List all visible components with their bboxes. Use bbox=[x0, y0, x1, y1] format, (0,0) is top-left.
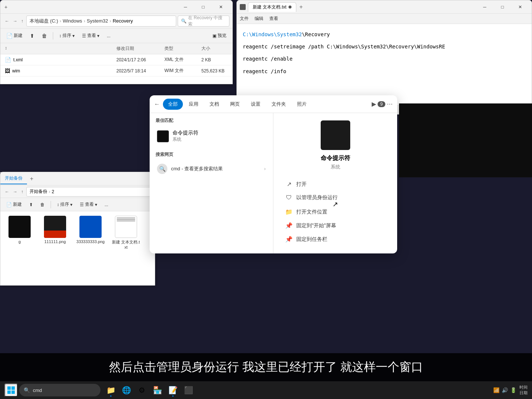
minimize-button[interactable]: ─ bbox=[177, 1, 194, 13]
taskbar-app-terminal[interactable]: ⬛ bbox=[181, 383, 196, 398]
new-label: 新建 bbox=[14, 33, 23, 39]
thumbnail-image-2 bbox=[79, 216, 102, 238]
bottom-tab-backup[interactable]: 开始备份 bbox=[0, 173, 27, 184]
taskbar-app-notepad[interactable]: 📝 bbox=[166, 383, 180, 398]
bottom-share-button[interactable]: ⬆ bbox=[26, 201, 36, 209]
editor-close-button[interactable]: ✕ bbox=[512, 1, 529, 13]
menu-file[interactable]: 文件 bbox=[240, 16, 249, 22]
bottom-more-button[interactable]: ... bbox=[102, 201, 111, 209]
editor-maximize-button[interactable]: □ bbox=[494, 1, 511, 13]
xml-file-icon: 📄 bbox=[5, 57, 11, 63]
bottom-up-button[interactable]: ↑ bbox=[20, 188, 25, 196]
file-date: 2022/5/7 18:14 bbox=[115, 68, 163, 74]
up-button[interactable]: ↑ bbox=[20, 17, 25, 25]
view-chevron: ▾ bbox=[97, 33, 99, 38]
bottom-view-label: 查看 bbox=[85, 201, 94, 208]
volume-tray-icon[interactable]: 🔊 bbox=[502, 387, 508, 393]
table-row[interactable]: 🖼 wim 2022/5/7 18:14 WIM 文件 525,623 KB bbox=[0, 65, 232, 76]
search-web-icon: 🔍 bbox=[157, 164, 167, 174]
file-thumbnail-2 bbox=[79, 216, 102, 238]
search-tab-settings[interactable]: 设置 bbox=[246, 99, 266, 110]
bottom-forward-button[interactable]: → bbox=[11, 188, 19, 196]
taskbar-apps: 📁 🌐 ⚙ 🏪 📝 ⬛ bbox=[103, 383, 196, 398]
taskbar-app-settings[interactable]: ⚙ bbox=[134, 383, 149, 398]
bottom-sort-button[interactable]: ↕ 排序 ▾ bbox=[54, 200, 75, 209]
start-button[interactable] bbox=[4, 383, 18, 397]
sort-chevron: ▾ bbox=[72, 33, 75, 38]
search-tab-apps[interactable]: 应用 bbox=[184, 99, 204, 110]
search-tabs: 全部 应用 文档 网页 设置 文件夹 照片 bbox=[163, 99, 312, 110]
add-tab-button[interactable]: + bbox=[3, 4, 8, 10]
taskbar-app-edge[interactable]: 🌐 bbox=[119, 383, 134, 398]
maximize-button[interactable]: □ bbox=[195, 1, 212, 13]
view-button[interactable]: ☰ 查看 ▾ bbox=[79, 31, 102, 40]
bottom-address-bar: ← → ↑ 开始备份 › 2 bbox=[0, 185, 155, 198]
editor-window-controls: ─ □ ✕ bbox=[476, 1, 529, 13]
forward-button[interactable]: → bbox=[11, 17, 19, 25]
bottom-delete-button[interactable]: 🗑 bbox=[37, 201, 48, 209]
battery-tray-icon[interactable]: 🔋 bbox=[510, 387, 516, 393]
delete-button[interactable]: 🗑 bbox=[39, 31, 50, 40]
new-button[interactable]: 📄 新建 bbox=[3, 31, 25, 40]
taskbar-app-explorer[interactable]: 📁 bbox=[103, 383, 118, 398]
bottom-back-button[interactable]: ← bbox=[3, 188, 11, 196]
menu-view[interactable]: 查看 bbox=[269, 16, 278, 22]
svg-rect-3 bbox=[11, 391, 15, 394]
action-open[interactable]: ↗ 打开 bbox=[281, 178, 390, 191]
list-item[interactable]: 新建 文本文档.txt bbox=[111, 216, 141, 249]
search-tab-photos[interactable]: 照片 bbox=[292, 99, 312, 110]
search-tab-web[interactable]: 网页 bbox=[225, 99, 245, 110]
bottom-new-button[interactable]: 📄 新建 bbox=[3, 200, 25, 209]
path-link[interactable]: C:\Windows\System32 bbox=[243, 31, 302, 37]
editor-content[interactable]: C:\Windows\System32\Recovery reagentc /s… bbox=[237, 24, 532, 105]
search-play-button[interactable]: ▶ bbox=[372, 100, 376, 108]
add-bottom-tab-button[interactable]: + bbox=[27, 174, 36, 184]
sort-button[interactable]: ↕ 排序 ▾ bbox=[56, 31, 78, 40]
breadcrumb[interactable]: 本地磁盘 (C:) › Windows › System32 › Recover… bbox=[26, 16, 176, 27]
add-editor-tab-button[interactable]: + bbox=[296, 2, 306, 12]
taskbar-search-box[interactable]: 🔍 cmd bbox=[19, 384, 100, 396]
action-pin-taskbar[interactable]: 📌 固定到任务栏 bbox=[281, 233, 390, 246]
editor-minimize-button[interactable]: ─ bbox=[476, 1, 493, 13]
bottom-view-button[interactable]: ☰ 查看 ▾ bbox=[77, 200, 100, 209]
action-pin-start[interactable]: 📌 固定到"开始"屏幕 bbox=[281, 219, 390, 232]
taskbar-app-store[interactable]: 🏪 bbox=[150, 383, 165, 398]
close-button[interactable]: ✕ bbox=[212, 1, 229, 13]
bottom-tabs: 开始备份 + bbox=[0, 172, 155, 185]
table-row[interactable]: 📄 t.xml 2024/1/17 2:06 XML 文件 2 KB bbox=[0, 54, 232, 65]
col-name: ↕ bbox=[3, 45, 115, 52]
search-box[interactable]: 🔍 在 Recovery 中搜索 bbox=[178, 16, 229, 27]
list-item[interactable]: 111111.png bbox=[40, 216, 70, 244]
search-back-button[interactable]: ← bbox=[154, 101, 160, 108]
notepad-taskbar-icon: 📝 bbox=[168, 386, 178, 395]
breadcrumb-sep-3: › bbox=[110, 18, 111, 24]
search-tab-all[interactable]: 全部 bbox=[163, 99, 183, 110]
file-name-cell: 🖼 wim bbox=[3, 67, 115, 75]
store-taskbar-icon: 🏪 bbox=[153, 386, 162, 395]
search-tab-docs[interactable]: 文档 bbox=[204, 99, 224, 110]
share-icon: ⬆ bbox=[30, 33, 34, 39]
back-button[interactable]: ← bbox=[3, 17, 11, 25]
preview-button[interactable]: ▣ 预览 bbox=[209, 31, 229, 40]
windows-logo-icon bbox=[7, 386, 15, 394]
bottom-breadcrumb[interactable]: 开始备份 › 2 bbox=[26, 187, 152, 197]
list-item[interactable]: g bbox=[5, 216, 34, 244]
taskbar: 🔍 cmd 📁 🌐 ⚙ 🏪 📝 ⬛ 📶 🔊 🔋 时间 bbox=[0, 381, 532, 399]
col-type: 类型 bbox=[163, 45, 200, 52]
more-button[interactable]: ... bbox=[104, 32, 113, 40]
search-result-cmd[interactable]: 命令提示符 系统 bbox=[154, 127, 269, 146]
search-tab-folders[interactable]: 文件夹 bbox=[266, 99, 291, 110]
open-location-label: 打开文件位置 bbox=[296, 209, 327, 215]
taskbar-clock[interactable]: 时间 日期 bbox=[519, 385, 528, 396]
bottom-new-label: 新建 bbox=[13, 201, 22, 208]
search-web-item[interactable]: 🔍 cmd - 查看更多搜索结果 › bbox=[154, 161, 269, 177]
editor-tab[interactable]: 新建 文本文档.txt bbox=[248, 2, 296, 12]
list-item[interactable]: 333333333.png bbox=[76, 216, 105, 244]
network-tray-icon[interactable]: 📶 bbox=[493, 387, 499, 393]
file-type: WIM 文件 bbox=[163, 67, 200, 75]
search-more-button[interactable]: ⋯ bbox=[387, 100, 393, 108]
share-button[interactable]: ⬆ bbox=[27, 31, 37, 40]
more-label: ... bbox=[107, 33, 110, 38]
bottom-breadcrumb-part-1: 开始备份 bbox=[30, 188, 47, 195]
menu-edit[interactable]: 编辑 bbox=[255, 16, 263, 22]
